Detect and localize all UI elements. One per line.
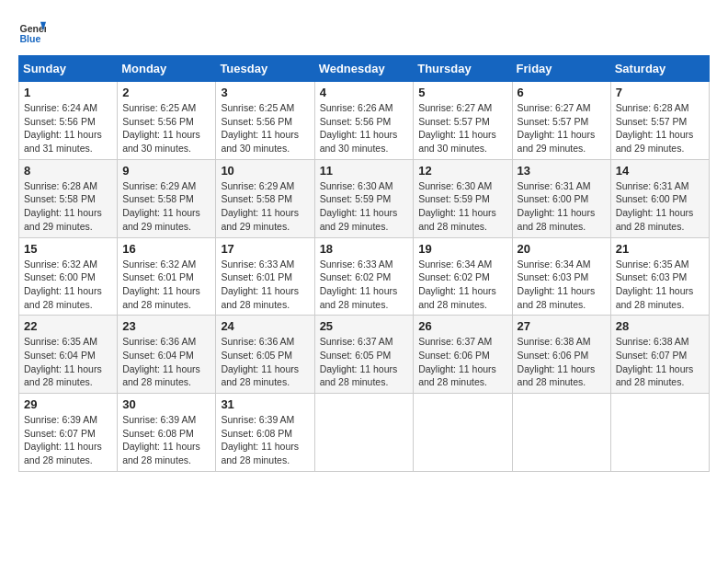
- day-number: 2: [122, 86, 210, 99]
- day-number: 29: [24, 397, 112, 411]
- calendar-cell: 4Sunrise: 6:26 AM Sunset: 5:56 PM Daylig…: [314, 82, 414, 160]
- day-info: Sunrise: 6:38 AM Sunset: 6:06 PM Dayligh…: [518, 335, 606, 389]
- day-info: Sunrise: 6:26 AM Sunset: 5:56 PM Dayligh…: [320, 101, 409, 155]
- day-info: Sunrise: 6:36 AM Sunset: 6:05 PM Dayligh…: [221, 335, 309, 389]
- day-info: Sunrise: 6:27 AM Sunset: 5:57 PM Dayligh…: [418, 101, 506, 155]
- day-number: 23: [122, 319, 210, 333]
- day-info: Sunrise: 6:29 AM Sunset: 5:58 PM Dayligh…: [122, 179, 210, 234]
- day-number: 5: [418, 86, 506, 99]
- calendar-cell: 11Sunrise: 6:30 AM Sunset: 5:59 PM Dayli…: [314, 159, 414, 237]
- day-of-week-header: Saturday: [610, 56, 709, 82]
- day-info: Sunrise: 6:32 AM Sunset: 6:01 PM Dayligh…: [122, 258, 210, 312]
- day-info: Sunrise: 6:31 AM Sunset: 6:00 PM Dayligh…: [518, 179, 606, 234]
- calendar-cell: 29Sunrise: 6:39 AM Sunset: 6:07 PM Dayli…: [19, 394, 118, 472]
- day-of-week-header: Thursday: [414, 56, 512, 82]
- calendar-cell: 17Sunrise: 6:33 AM Sunset: 6:01 PM Dayli…: [216, 237, 314, 316]
- day-info: Sunrise: 6:33 AM Sunset: 6:02 PM Dayligh…: [320, 258, 409, 312]
- day-number: 8: [24, 164, 112, 178]
- calendar-cell: 19Sunrise: 6:34 AM Sunset: 6:02 PM Dayli…: [414, 237, 512, 316]
- day-number: 12: [418, 164, 506, 178]
- calendar-cell: 12Sunrise: 6:30 AM Sunset: 5:59 PM Dayli…: [414, 159, 512, 237]
- day-number: 3: [221, 86, 309, 99]
- day-info: Sunrise: 6:39 AM Sunset: 6:07 PM Dayligh…: [24, 413, 112, 467]
- day-of-week-header: Friday: [512, 56, 610, 82]
- calendar-cell: 14Sunrise: 6:31 AM Sunset: 6:00 PM Dayli…: [610, 159, 709, 237]
- day-number: 15: [24, 242, 112, 256]
- day-of-week-header: Wednesday: [314, 56, 414, 82]
- day-info: Sunrise: 6:28 AM Sunset: 5:58 PM Dayligh…: [24, 179, 112, 234]
- calendar-cell: 21Sunrise: 6:35 AM Sunset: 6:03 PM Dayli…: [610, 237, 709, 316]
- calendar-week-row: 29Sunrise: 6:39 AM Sunset: 6:07 PM Dayli…: [19, 394, 710, 472]
- day-number: 22: [24, 319, 112, 333]
- day-number: 19: [418, 242, 506, 256]
- day-info: Sunrise: 6:27 AM Sunset: 5:57 PM Dayligh…: [518, 101, 606, 155]
- day-number: 7: [616, 86, 704, 99]
- calendar-cell: 16Sunrise: 6:32 AM Sunset: 6:01 PM Dayli…: [118, 237, 216, 316]
- day-info: Sunrise: 6:34 AM Sunset: 6:02 PM Dayligh…: [418, 258, 506, 312]
- day-info: Sunrise: 6:25 AM Sunset: 5:56 PM Dayligh…: [221, 101, 309, 155]
- calendar-cell: 28Sunrise: 6:38 AM Sunset: 6:07 PM Dayli…: [610, 316, 709, 394]
- calendar-cell: [414, 394, 512, 472]
- day-info: Sunrise: 6:24 AM Sunset: 5:56 PM Dayligh…: [24, 101, 112, 155]
- day-number: 25: [320, 319, 409, 333]
- day-of-week-header: Monday: [118, 56, 216, 82]
- day-number: 1: [24, 86, 112, 99]
- calendar-week-row: 1Sunrise: 6:24 AM Sunset: 5:56 PM Daylig…: [19, 82, 710, 160]
- calendar-table: SundayMondayTuesdayWednesdayThursdayFrid…: [18, 55, 710, 472]
- day-of-week-header: Sunday: [19, 56, 118, 82]
- logo: General Blue: [18, 18, 46, 46]
- day-info: Sunrise: 6:28 AM Sunset: 5:57 PM Dayligh…: [616, 101, 704, 155]
- day-info: Sunrise: 6:33 AM Sunset: 6:01 PM Dayligh…: [221, 258, 309, 312]
- day-number: 31: [221, 397, 309, 411]
- calendar-cell: [610, 394, 709, 472]
- day-info: Sunrise: 6:39 AM Sunset: 6:08 PM Dayligh…: [221, 413, 309, 467]
- page-header: General Blue: [18, 18, 710, 46]
- day-number: 30: [122, 397, 210, 411]
- calendar-cell: 13Sunrise: 6:31 AM Sunset: 6:00 PM Dayli…: [512, 159, 610, 237]
- calendar-cell: 31Sunrise: 6:39 AM Sunset: 6:08 PM Dayli…: [216, 394, 314, 472]
- calendar-cell: 20Sunrise: 6:34 AM Sunset: 6:03 PM Dayli…: [512, 237, 610, 316]
- day-info: Sunrise: 6:34 AM Sunset: 6:03 PM Dayligh…: [518, 258, 606, 312]
- day-info: Sunrise: 6:31 AM Sunset: 6:00 PM Dayligh…: [616, 179, 704, 234]
- calendar-cell: 22Sunrise: 6:35 AM Sunset: 6:04 PM Dayli…: [19, 316, 118, 394]
- calendar-week-row: 8Sunrise: 6:28 AM Sunset: 5:58 PM Daylig…: [19, 159, 710, 237]
- calendar-cell: 18Sunrise: 6:33 AM Sunset: 6:02 PM Dayli…: [314, 237, 414, 316]
- calendar-cell: 23Sunrise: 6:36 AM Sunset: 6:04 PM Dayli…: [118, 316, 216, 394]
- day-info: Sunrise: 6:35 AM Sunset: 6:04 PM Dayligh…: [24, 335, 112, 389]
- day-number: 10: [221, 164, 309, 178]
- calendar-cell: 8Sunrise: 6:28 AM Sunset: 5:58 PM Daylig…: [19, 159, 118, 237]
- calendar-cell: 7Sunrise: 6:28 AM Sunset: 5:57 PM Daylig…: [610, 82, 709, 160]
- day-info: Sunrise: 6:29 AM Sunset: 5:58 PM Dayligh…: [221, 179, 309, 234]
- calendar-cell: 27Sunrise: 6:38 AM Sunset: 6:06 PM Dayli…: [512, 316, 610, 394]
- day-info: Sunrise: 6:30 AM Sunset: 5:59 PM Dayligh…: [418, 179, 506, 234]
- calendar-cell: 5Sunrise: 6:27 AM Sunset: 5:57 PM Daylig…: [414, 82, 512, 160]
- calendar-cell: 6Sunrise: 6:27 AM Sunset: 5:57 PM Daylig…: [512, 82, 610, 160]
- day-number: 18: [320, 242, 409, 256]
- calendar-header-row: SundayMondayTuesdayWednesdayThursdayFrid…: [19, 56, 710, 82]
- day-number: 13: [518, 164, 606, 178]
- day-info: Sunrise: 6:39 AM Sunset: 6:08 PM Dayligh…: [122, 413, 210, 467]
- day-info: Sunrise: 6:30 AM Sunset: 5:59 PM Dayligh…: [320, 179, 409, 234]
- svg-text:Blue: Blue: [20, 33, 41, 44]
- calendar-cell: 2Sunrise: 6:25 AM Sunset: 5:56 PM Daylig…: [118, 82, 216, 160]
- calendar-cell: 3Sunrise: 6:25 AM Sunset: 5:56 PM Daylig…: [216, 82, 314, 160]
- day-info: Sunrise: 6:37 AM Sunset: 6:05 PM Dayligh…: [320, 335, 409, 389]
- day-number: 14: [616, 164, 704, 178]
- calendar-cell: 30Sunrise: 6:39 AM Sunset: 6:08 PM Dayli…: [118, 394, 216, 472]
- calendar-cell: [314, 394, 414, 472]
- calendar-cell: 15Sunrise: 6:32 AM Sunset: 6:00 PM Dayli…: [19, 237, 118, 316]
- day-number: 26: [418, 319, 506, 333]
- logo-icon: General Blue: [18, 18, 46, 46]
- day-info: Sunrise: 6:25 AM Sunset: 5:56 PM Dayligh…: [122, 101, 210, 155]
- day-info: Sunrise: 6:32 AM Sunset: 6:00 PM Dayligh…: [24, 258, 112, 312]
- day-of-week-header: Tuesday: [216, 56, 314, 82]
- day-number: 4: [320, 86, 409, 99]
- day-number: 6: [518, 86, 606, 99]
- day-info: Sunrise: 6:36 AM Sunset: 6:04 PM Dayligh…: [122, 335, 210, 389]
- calendar-cell: 26Sunrise: 6:37 AM Sunset: 6:06 PM Dayli…: [414, 316, 512, 394]
- calendar-cell: 1Sunrise: 6:24 AM Sunset: 5:56 PM Daylig…: [19, 82, 118, 160]
- day-number: 9: [122, 164, 210, 178]
- calendar-cell: 24Sunrise: 6:36 AM Sunset: 6:05 PM Dayli…: [216, 316, 314, 394]
- day-info: Sunrise: 6:38 AM Sunset: 6:07 PM Dayligh…: [616, 335, 704, 389]
- day-number: 17: [221, 242, 309, 256]
